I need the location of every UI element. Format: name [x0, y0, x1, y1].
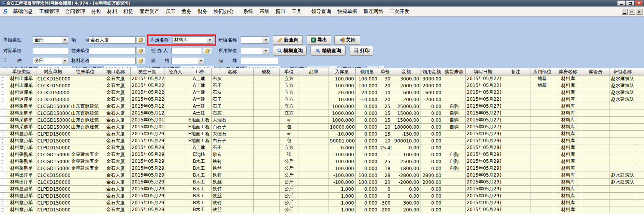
table-cell[interactable]: [531, 124, 554, 131]
table-cell[interactable]: [253, 89, 279, 96]
table-cell[interactable]: -3000.00: [392, 75, 421, 82]
table-cell[interactable]: 金石大厦: [101, 193, 130, 200]
table-cell[interactable]: 0.00: [392, 193, 421, 200]
table-cell[interactable]: 2015年05月29日: [465, 206, 501, 213]
menu-item[interactable]: 材料: [104, 7, 120, 16]
row-indicator[interactable]: [0, 172, 7, 179]
table-cell[interactable]: CLCGD150000006: [36, 151, 70, 158]
table-cell[interactable]: [501, 193, 531, 200]
table-cell[interactable]: [582, 165, 609, 172]
table-cell[interactable]: 自购: [443, 117, 465, 124]
table-cell[interactable]: 材料库: [554, 172, 582, 179]
table-cell[interactable]: [531, 103, 554, 110]
table-cell[interactable]: CLCKD150000002: [36, 179, 70, 186]
table-cell[interactable]: 山东百脉建筑: [70, 124, 101, 131]
table-cell[interactable]: 2015年05月29日: [130, 193, 164, 200]
table-cell[interactable]: 2015年05月29日: [130, 131, 164, 138]
table-cell[interactable]: 自购: [443, 165, 465, 172]
table-cell[interactable]: -1.000: [329, 206, 355, 213]
table-cell[interactable]: [443, 131, 465, 138]
table-cell[interactable]: 自购: [443, 158, 465, 165]
table-cell[interactable]: [164, 193, 187, 200]
table-cell[interactable]: 铁丝: [211, 193, 253, 200]
column-header[interactable]: 发生日期: [130, 69, 164, 75]
table-cell[interactable]: 0.00: [421, 158, 443, 165]
table-cell[interactable]: 金石大厦: [101, 131, 130, 138]
table-cell[interactable]: A土建: [187, 89, 211, 96]
table-cell[interactable]: 材料库: [554, 96, 582, 103]
table-row[interactable]: 材料盘点单CLPDD150000003金石大厦2015年05月29日B木工铁钉公…: [0, 200, 644, 206]
table-cell[interactable]: CLCKD150000002: [36, 172, 70, 179]
table-cell[interactable]: 材料盘点单: [7, 144, 36, 151]
table-cell[interactable]: 0.00: [421, 200, 443, 206]
row-indicator[interactable]: [0, 75, 7, 82]
table-cell[interactable]: 2000.00: [421, 179, 443, 186]
column-header[interactable]: 工种: [187, 69, 211, 75]
table-cell[interactable]: 2500.00: [392, 158, 421, 165]
chevron-down-icon[interactable]: [263, 47, 269, 54]
table-cell[interactable]: [443, 82, 465, 89]
table-cell[interactable]: 材料库: [554, 151, 582, 158]
table-cell[interactable]: 2015年05月29日: [465, 158, 501, 165]
table-cell[interactable]: [582, 131, 609, 138]
table-cell[interactable]: 金石大厦: [101, 144, 130, 151]
table-cell[interactable]: 材料盘点单: [7, 206, 36, 213]
table-cell[interactable]: 1000.000: [329, 103, 355, 110]
table-cell[interactable]: 2015年05月29日: [465, 131, 501, 138]
column-header[interactable]: 名称: [211, 69, 253, 75]
menu-item[interactable]: 租赁: [120, 7, 136, 16]
table-cell[interactable]: [299, 165, 329, 172]
table-cell[interactable]: [70, 82, 101, 89]
table-cell[interactable]: [253, 103, 279, 110]
chevron-down-icon[interactable]: [207, 37, 213, 43]
table-cell[interactable]: 赵水建筑队: [609, 179, 636, 186]
table-cell[interactable]: [582, 89, 609, 96]
column-header[interactable]: 金额: [392, 69, 421, 75]
table-cell[interactable]: 100.000: [355, 82, 379, 89]
table-cell[interactable]: 100.000: [355, 75, 379, 82]
table-cell[interactable]: -2800.00: [392, 172, 421, 179]
table-cell[interactable]: 2015年05月22日: [465, 82, 501, 89]
table-cell[interactable]: E地面工程: [187, 124, 211, 131]
table-cell[interactable]: A土建: [187, 110, 211, 117]
table-cell[interactable]: 20: [379, 179, 392, 186]
team-select[interactable]: [241, 36, 269, 44]
table-cell[interactable]: 材料盘点单: [7, 138, 36, 144]
window-restore-button[interactable]: [626, 0, 634, 6]
table-cell[interactable]: [299, 75, 329, 82]
table-cell[interactable]: [299, 103, 329, 110]
table-cell[interactable]: 0.000: [355, 117, 379, 124]
table-cell[interactable]: [609, 138, 636, 144]
table-cell[interactable]: CLPDD150000003: [36, 206, 70, 213]
table-cell[interactable]: [531, 200, 554, 206]
table-cell[interactable]: [299, 124, 329, 131]
counterparty-input[interactable]: [89, 47, 136, 54]
table-cell[interactable]: 材料出库单: [7, 172, 36, 179]
table-cell[interactable]: [582, 96, 609, 103]
table-cell[interactable]: [582, 144, 609, 151]
table-cell[interactable]: [531, 89, 554, 96]
table-cell[interactable]: 材料退库单: [7, 96, 36, 103]
table-cell[interactable]: 0.00: [421, 144, 443, 151]
table-cell[interactable]: [164, 82, 187, 89]
column-header[interactable]: 经办人: [164, 69, 187, 75]
table-cell[interactable]: 自购: [443, 124, 465, 131]
table-cell[interactable]: 18: [379, 165, 392, 172]
table-cell[interactable]: 25000.00: [392, 103, 421, 110]
table-cell[interactable]: 2015年05月29日: [465, 138, 501, 144]
table-cell[interactable]: 2015年05月29日: [130, 172, 164, 179]
table-cell[interactable]: 地基: [531, 82, 554, 89]
menu-item[interactable]: 固定资产: [136, 7, 163, 16]
table-cell[interactable]: [164, 138, 187, 144]
row-indicator[interactable]: [0, 124, 7, 131]
table-cell[interactable]: 200.00: [392, 96, 421, 103]
table-cell[interactable]: [299, 179, 329, 186]
table-row[interactable]: 材料退库单CLTKD150000001金石大厦2015年05月22日A土建石子立…: [0, 96, 644, 103]
table-cell[interactable]: 大理石: [211, 117, 253, 124]
print-button[interactable]: 打印: [350, 46, 373, 56]
menu-item[interactable]: 劳务: [179, 7, 195, 16]
table-cell[interactable]: 铁钉: [211, 200, 253, 206]
table-cell[interactable]: [531, 179, 554, 186]
column-header[interactable]: 往来单位: [70, 69, 101, 75]
table-cell[interactable]: [501, 206, 531, 213]
